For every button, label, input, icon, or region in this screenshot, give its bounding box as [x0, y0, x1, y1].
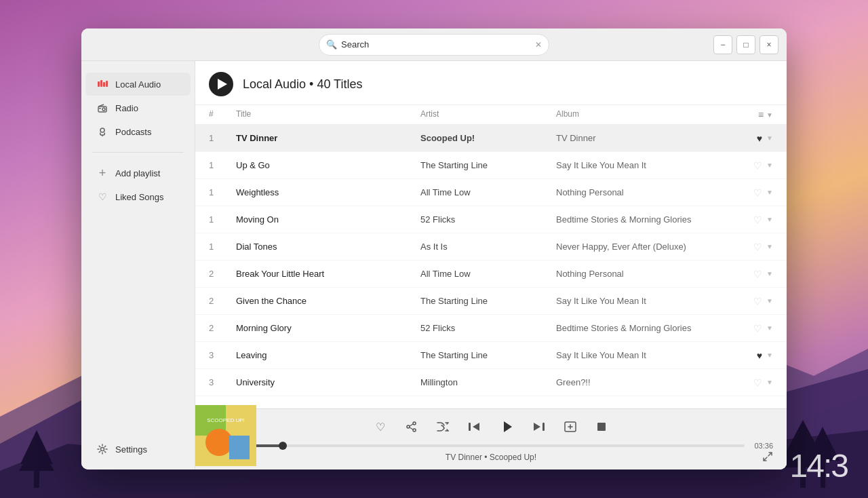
track-list: # Title Artist Album ≡ ▼ 1 TV Dinner Sco…: [195, 105, 787, 408]
track-num: 1: [209, 242, 236, 252]
table-row[interactable]: 1 Dial Tones As It Is Never Happy, Ever …: [195, 233, 787, 261]
table-row[interactable]: 1 Up & Go The Starting Line Say It Like …: [195, 152, 787, 179]
track-chevron-icon[interactable]: ▼: [766, 216, 773, 223]
sidebar-liked-songs[interactable]: ♡ Liked Songs: [85, 185, 191, 208]
track-actions: ♡ ▼: [732, 377, 773, 388]
track-chevron-icon[interactable]: ▼: [766, 243, 773, 250]
track-chevron-icon[interactable]: ▼: [766, 161, 773, 169]
col-title: Title: [236, 109, 420, 120]
sidebar-settings[interactable]: Settings: [85, 438, 191, 461]
sidebar-nav-section: Local Audio Radio: [81, 69, 195, 147]
sidebar-item-radio[interactable]: Radio: [85, 96, 191, 119]
table-row[interactable]: 3 Leaving The Starting Line Say It Like …: [195, 342, 787, 369]
main-layout: Local Audio Radio: [81, 61, 787, 470]
like-track-icon[interactable]: ♡: [753, 160, 762, 171]
titlebar: 🔍 ✕ − □ ×: [81, 28, 787, 61]
track-actions: ♡ ▼: [732, 323, 773, 334]
svg-rect-13: [103, 82, 105, 87]
track-title: Given the Chance: [236, 296, 420, 306]
sidebar-actions-section: + Add playlist ♡ Liked Songs: [81, 158, 195, 212]
sidebar: Local Audio Radio: [81, 61, 195, 470]
shuffle-button[interactable]: [433, 417, 452, 436]
svg-point-16: [102, 108, 105, 111]
stop-button[interactable]: [592, 417, 611, 436]
sidebar-item-podcasts[interactable]: Podcasts: [85, 120, 191, 143]
table-row[interactable]: 1 Weightless All Time Low Nothing Person…: [195, 179, 787, 206]
play-all-button[interactable]: [209, 72, 233, 96]
like-track-icon[interactable]: ♡: [753, 187, 762, 198]
like-track-icon[interactable]: ♡: [753, 269, 762, 280]
track-chevron-icon[interactable]: ▼: [766, 134, 773, 142]
svg-point-21: [101, 448, 104, 451]
track-artist: All Time Low: [420, 187, 556, 197]
track-chevron-icon[interactable]: ▼: [766, 351, 773, 359]
sidebar-item-radio-label: Radio: [115, 103, 138, 113]
like-track-icon[interactable]: ♡: [753, 377, 762, 388]
sidebar-settings-label: Settings: [115, 444, 147, 455]
content-title-text: Local Audio: [243, 77, 306, 91]
sidebar-item-local-audio[interactable]: Local Audio: [85, 73, 191, 96]
podcasts-icon: [96, 126, 108, 138]
track-artist: Scooped Up!: [420, 133, 556, 143]
now-playing-text: TV Dinner • Scooped Up!: [209, 453, 773, 462]
table-row[interactable]: 1 TV Dinner Scooped Up! TV Dinner ♥ ▼: [195, 125, 787, 152]
like-track-icon[interactable]: ♡: [753, 296, 762, 307]
like-button[interactable]: ♡: [371, 417, 390, 436]
track-num: 1: [209, 133, 236, 143]
svg-rect-31: [542, 423, 545, 431]
track-title: Break Your Little Heart: [236, 269, 420, 279]
search-input[interactable]: [341, 39, 531, 50]
track-chevron-icon[interactable]: ▼: [766, 379, 773, 386]
track-album: Say It Like You Mean It: [556, 296, 732, 306]
minimize-button[interactable]: −: [713, 35, 732, 54]
total-time: 03:36: [751, 442, 773, 450]
radio-icon: [96, 102, 108, 114]
track-chevron-icon[interactable]: ▼: [766, 189, 773, 196]
next-button[interactable]: [530, 417, 549, 436]
track-actions: ♡ ▼: [732, 269, 773, 280]
table-row[interactable]: 2 Given the Chance The Starting Line Say…: [195, 288, 787, 315]
track-artist: 52 Flicks: [420, 214, 556, 225]
progress-row: 00:19 03:36: [195, 440, 787, 451]
clock: 14:3: [790, 447, 848, 484]
track-num: 1: [209, 214, 236, 225]
search-bar[interactable]: 🔍 ✕: [319, 34, 549, 56]
track-actions: ♡ ▼: [732, 242, 773, 252]
track-actions: ♥ ▼: [732, 133, 773, 144]
progress-thumb[interactable]: [279, 442, 287, 450]
play-pause-button[interactable]: [496, 416, 517, 438]
track-actions: ♡ ▼: [732, 296, 773, 307]
expand-button[interactable]: [762, 451, 773, 464]
add-to-queue-button[interactable]: [561, 417, 580, 436]
table-row[interactable]: 1 Moving On 52 Flicks Bedtime Stories & …: [195, 206, 787, 233]
progress-bar[interactable]: [237, 444, 745, 447]
prev-button[interactable]: [465, 417, 484, 436]
track-title: Up & Go: [236, 160, 420, 170]
table-row[interactable]: 2 Break Your Little Heart All Time Low N…: [195, 261, 787, 288]
search-clear-icon[interactable]: ✕: [535, 40, 542, 50]
like-track-icon[interactable]: ♥: [757, 350, 762, 361]
col-album: Album: [556, 109, 732, 120]
track-album: Green?!!: [556, 377, 732, 387]
sort-icon[interactable]: ≡: [758, 109, 764, 120]
like-track-icon[interactable]: ♡: [753, 214, 762, 225]
like-track-icon[interactable]: ♡: [753, 323, 762, 334]
close-button[interactable]: ×: [760, 35, 778, 54]
maximize-button[interactable]: □: [736, 35, 755, 54]
track-chevron-icon[interactable]: ▼: [766, 270, 773, 277]
track-chevron-icon[interactable]: ▼: [766, 324, 773, 332]
sidebar-add-playlist[interactable]: + Add playlist: [85, 161, 191, 185]
track-album: Nothing Personal: [556, 187, 732, 197]
track-title: Weightless: [236, 187, 420, 197]
track-artist: The Starting Line: [420, 160, 556, 170]
share-button[interactable]: [402, 417, 421, 436]
like-track-icon[interactable]: ♡: [753, 242, 762, 252]
table-row[interactable]: 3 University Millington Green?!! ♡ ▼: [195, 369, 787, 396]
track-chevron-icon[interactable]: ▼: [766, 297, 773, 305]
track-artist: 52 Flicks: [420, 323, 556, 333]
col-chevron-icon[interactable]: ▼: [766, 111, 773, 119]
like-track-icon[interactable]: ♥: [757, 133, 762, 144]
col-actions: ≡ ▼: [732, 109, 773, 120]
track-artist: All Time Low: [420, 269, 556, 279]
table-row[interactable]: 2 Morning Glory 52 Flicks Bedtime Storie…: [195, 315, 787, 342]
